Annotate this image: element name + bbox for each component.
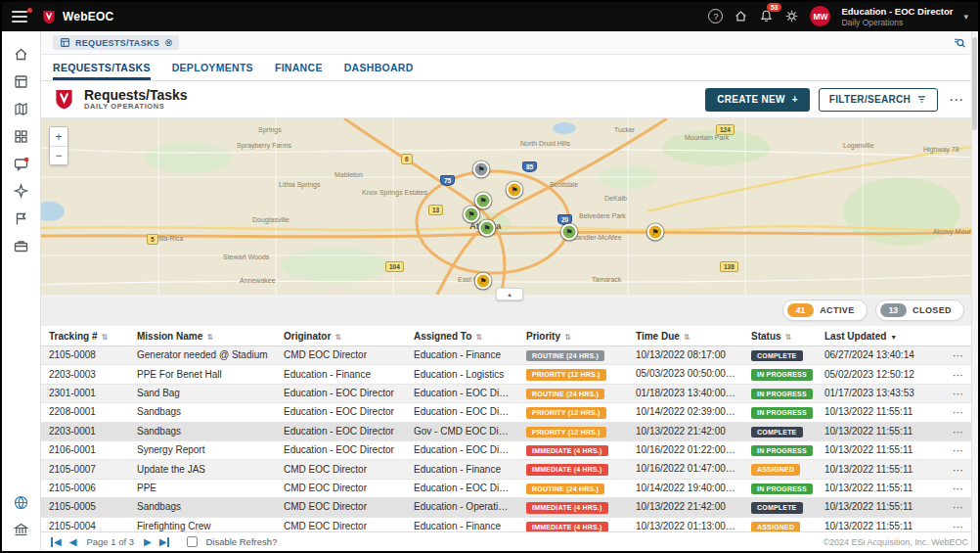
column-header[interactable]: Originator⇅ [276,326,406,346]
pagination-first-button[interactable]: ◀ [51,537,62,547]
map-flag-marker[interactable]: ⚑ [647,224,664,241]
create-new-button[interactable]: CREATE NEW+ [705,88,810,112]
cell-updated: 10/13/2022 11:55:11 [817,422,939,440]
scrollbar-thumb[interactable] [972,37,977,130]
status-badge: COMPLETE [751,350,803,361]
page-more-actions-button[interactable]: ⋯ [947,91,966,109]
status-badge: IN PROGRESS [751,389,813,399]
active-filter-pill[interactable]: 41 ACTIVE [782,300,868,321]
cell-mission: PPE [129,479,276,497]
road-shield: 75 [440,175,455,186]
cell-tracking: 2105-0004 [41,517,129,531]
filter-icon [916,94,927,105]
sidebar-resources-icon[interactable] [8,232,35,259]
column-header[interactable]: Priority⇅ [518,326,628,346]
table-body: 2105-0008Generator needed @ StadiumCMD E… [41,346,978,532]
main-content: REQUESTS/TASKS ⊗ REQUESTS/TASKSDEPLOYMEN… [41,31,978,551]
vertical-scrollbar[interactable] [971,31,978,551]
cell-originator: Education - EOC Director [276,440,406,459]
column-header[interactable]: Tracking #⇅ [41,326,129,346]
home-icon[interactable] [734,9,748,23]
column-header[interactable]: Mission Name⇅ [129,326,276,346]
map-collapse-button[interactable]: ▴ [496,288,523,300]
cell-originator: Education - EOC Director [276,422,406,440]
sidebar-home-icon[interactable] [8,40,35,68]
workspace-chip-close-icon[interactable]: ⊗ [164,37,172,48]
sidebar-messages-icon[interactable] [8,150,35,177]
table-row[interactable]: 2105-0008Generator needed @ StadiumCMD E… [41,346,978,365]
priority-badge: IMMEDIATE (4 HRS.) [526,445,608,456]
menu-hamburger-icon[interactable] [12,11,27,23]
flag-icon: ⚑ [468,210,474,218]
tab-dashboard[interactable]: DASHBOARD [344,55,414,80]
cell-tracking: 2203-0003 [41,365,129,384]
column-header[interactable]: Assigned To⇅ [406,326,518,346]
sidebar-agency-building-icon[interactable] [8,516,35,543]
notifications-bell-icon[interactable]: 53 [759,9,774,23]
user-menu[interactable]: Education - EOC Director Daily Operation… [841,6,953,27]
zoom-out-button[interactable]: − [50,146,67,164]
help-icon[interactable]: ? [708,9,723,23]
flag-icon: ⚑ [479,197,486,205]
disable-refresh-checkbox[interactable] [187,536,198,547]
table-row[interactable]: 2105-0006PPECMD EOC DirectorEducation - … [41,479,978,497]
sidebar-alerts-flag-icon[interactable] [8,205,35,232]
priority-badge: PRIORITY (12 HRS.) [526,427,606,438]
cell-originator: CMD EOC Director [276,346,406,365]
pagination-prev-button[interactable]: ◀ [69,537,77,547]
sidebar-plugins-icon[interactable] [8,177,35,205]
priority-badge: ROUTINE (24 HRS.) [526,389,604,399]
table-row[interactable]: 2105-0004Firefighting CrewCMD EOC Direct… [41,517,978,531]
map-flag-marker[interactable]: ⚑ [475,273,492,290]
flag-icon: ⚑ [483,224,490,232]
panel-search-icon[interactable] [953,36,966,50]
table-row[interactable]: 2106-0001Synergy ReportEducation - EOC D… [41,440,978,459]
tab-finance[interactable]: FINANCE [275,55,323,80]
table-row[interactable]: 2208-0001SandbagsEducation - EOC Directo… [41,403,978,422]
tab-deployments[interactable]: DEPLOYMENTS [172,55,253,80]
cell-updated: 05/02/2023 12:50:12 [817,365,939,384]
cell-updated: 01/17/2023 13:43:53 [817,384,939,402]
table-row[interactable]: 2105-0007Update the JASCMD EOC DirectorE… [41,460,978,479]
sidebar-globe-icon[interactable] [8,488,35,516]
map-place-label: Highway 78 [923,146,959,153]
map[interactable]: SpringsSprayberry FarmsMabletonLithia Sp… [41,118,978,295]
tab-requests-tasks[interactable]: REQUESTS/TASKS [53,55,151,80]
column-header[interactable]: Time Due⇅ [628,326,743,346]
cell-mission: Sandbags [129,403,276,422]
sidebar-boards-icon[interactable] [8,68,35,95]
settings-gear-icon[interactable] [784,9,799,23]
filter-search-button[interactable]: FILTER/SEARCH [819,88,938,112]
board-icon [60,37,70,48]
cell-tracking: 2301-0001 [41,384,129,402]
map-flag-marker[interactable]: ⚑ [507,182,523,199]
road-shield: 5 [147,234,158,245]
map-flag-marker[interactable]: ⚑ [561,224,578,241]
page-header: Requests/Tasks DAILY OPERATIONS CREATE N… [41,81,978,118]
pagination-next-button[interactable]: ▶ [144,537,152,547]
map-flag-marker[interactable]: ⚑ [473,161,490,178]
table-row[interactable]: 2301-0001Sand BagEducation - EOC Directo… [41,384,978,402]
cell-originator: CMD EOC Director [276,517,406,531]
user-menu-chevron-icon[interactable]: ▾ [963,12,968,22]
closed-filter-pill[interactable]: 13 CLOSED [875,300,964,321]
user-avatar[interactable]: MW [810,6,830,26]
table-row[interactable]: 2105-0005SandbagsCMD EOC DirectorEducati… [41,498,978,517]
sidebar-maps-icon[interactable] [8,95,35,122]
map-flag-marker[interactable]: ⚑ [464,207,480,223]
workspace-chip[interactable]: REQUESTS/TASKS ⊗ [53,35,179,50]
priority-badge: ROUTINE (24 HRS.) [526,484,604,494]
map-flag-marker[interactable]: ⚑ [479,220,496,237]
table-row[interactable]: 2203-0003PPE For Benet HallEducation - F… [41,365,978,384]
column-header[interactable]: Status⇅ [743,326,817,346]
sort-icon: ▼ [890,334,897,341]
map-place-label: Springs [258,126,282,133]
copyright-text: ©2024 ESi Acquisition, Inc. WebEOC [823,537,968,547]
table-row[interactable]: 2203-0001SandbagsEducation - EOC Directo… [41,422,978,440]
map-flag-marker[interactable]: ⚑ [475,193,492,209]
column-header[interactable]: Last Updated▼ [817,326,939,346]
pagination-last-button[interactable]: ▶ [159,537,170,547]
map-place-label: Scottdale [550,181,578,188]
zoom-in-button[interactable]: + [50,127,67,146]
sidebar-apps-grid-icon[interactable] [8,122,35,150]
